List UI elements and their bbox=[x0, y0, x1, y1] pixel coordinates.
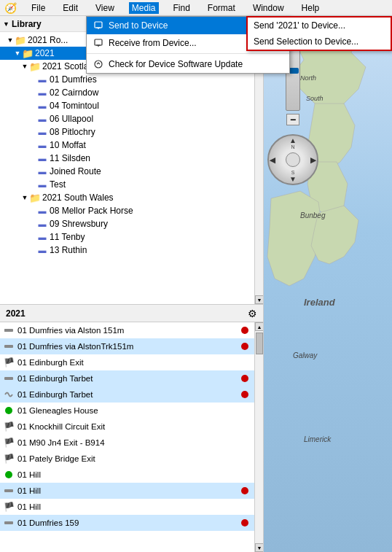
doc-icon-01-dumfries: ▬ bbox=[36, 74, 48, 85]
list-item-l4[interactable]: 01 Edinburgh Tarbet bbox=[0, 370, 254, 386]
library-label: Library bbox=[12, 19, 42, 29]
list-item-label-l1: 01 Dumfries via Alston 151m bbox=[17, 326, 238, 335]
list-item-label-l8: 01 M90 Jn4 Exit - B914 bbox=[17, 438, 251, 447]
list-item-label-l3: 01 Edinburgh Exit bbox=[17, 358, 251, 367]
doc-icon-11-silsden: ▬ bbox=[36, 153, 48, 163]
svg-rect-4 bbox=[4, 489, 13, 492]
green-dot-icon-l6 bbox=[3, 405, 15, 416]
tree-item-13-ruthin[interactable]: ▬ 13 Ruthin bbox=[0, 244, 254, 257]
tree-item-test[interactable]: ▬ Test bbox=[0, 178, 254, 191]
tree-item-11-tenby[interactable]: ▬ 11 Tenby bbox=[0, 230, 254, 244]
menu-separator bbox=[87, 53, 289, 54]
list-item-l3[interactable]: 🏴 01 Edinburgh Exit bbox=[0, 354, 254, 370]
tree-expand-2021-ro[interactable]: ▼ bbox=[6, 36, 15, 44]
list-item-l12[interactable]: 🏴 01 Hill bbox=[0, 499, 254, 515]
update-icon bbox=[93, 58, 104, 70]
flag-icon-l9: 🏴 bbox=[3, 453, 15, 464]
nav-south-arrow[interactable]: ▼ bbox=[289, 175, 297, 183]
bottom-list-container: 01 Dumfries via Alston 151m 01 Dumfries … bbox=[0, 322, 263, 552]
tree-label-06-ullapool: 06 Ullapool bbox=[50, 114, 93, 124]
menu-format[interactable]: Format bbox=[205, 2, 238, 14]
tree-item-08-mellor[interactable]: ▬ 08 Mellor Pack Horse bbox=[0, 204, 254, 217]
list-item-l13[interactable]: 01 Dumfries 159 bbox=[0, 515, 254, 531]
tree-item-02-cairndow[interactable]: ▬ 02 Cairndow bbox=[0, 86, 254, 99]
list-item-label-l4: 01 Edinburgh Tarbet bbox=[17, 374, 238, 383]
tree-item-09-shrewsbury[interactable]: ▬ 09 Shrewsbury bbox=[0, 217, 254, 230]
list-item-l6[interactable]: 01 Gleneagles House bbox=[0, 403, 254, 419]
list-item-l9[interactable]: 🏴 01 Pately Bridge Exit bbox=[0, 451, 254, 467]
list-scroll-up-btn[interactable]: ▲ bbox=[255, 322, 263, 331]
list-item-l2[interactable]: 01 Dumfries via AlstonTrk151m bbox=[0, 338, 254, 354]
tree-label-test: Test bbox=[50, 179, 66, 190]
svg-rect-2 bbox=[4, 345, 13, 348]
list-item-label-l7: 01 Knockhill Circuit Exit bbox=[17, 422, 251, 431]
nav-north-label: N bbox=[291, 144, 294, 149]
route-icon-l13 bbox=[3, 517, 15, 529]
bottom-header: 2021 ⚙ bbox=[0, 305, 263, 322]
list-item-l5[interactable]: 01 Edinburgh Tarbet bbox=[0, 386, 254, 403]
list-item-l8[interactable]: 🏴 01 M90 Jn4 Exit - B914 bbox=[0, 435, 254, 451]
tree-item-04-tomintoul[interactable]: ▬ 04 Tomintoul bbox=[0, 99, 254, 112]
red-dot-l5 bbox=[241, 391, 248, 398]
tree-item-10-moffat[interactable]: ▬ 10 Moffat bbox=[0, 139, 254, 152]
nav-center[interactable] bbox=[286, 152, 300, 167]
tree-item-south-wales[interactable]: ▼ 📁 2021 South Wales bbox=[0, 191, 254, 204]
svg-rect-6 bbox=[95, 22, 102, 28]
submenu-send-2021[interactable]: Send '2021' to Device... bbox=[248, 18, 391, 34]
flag-icon-l12: 🏴 bbox=[3, 501, 15, 513]
menu-edit[interactable]: Edit bbox=[60, 2, 81, 14]
tree-item-01-dumfries[interactable]: ▬ 01 Dumfries bbox=[0, 73, 254, 86]
nav-south-label: S bbox=[291, 170, 295, 175]
tree-item-06-ullapool[interactable]: ▬ 06 Ullapool bbox=[0, 112, 254, 125]
menu-file[interactable]: File bbox=[28, 2, 48, 14]
doc-icon-08-mellor: ▬ bbox=[36, 206, 48, 216]
list-item-label-l12: 01 Hill bbox=[17, 502, 251, 511]
tree-label-11-tenby: 11 Tenby bbox=[50, 232, 85, 242]
gear-icon[interactable]: ⚙ bbox=[248, 308, 257, 319]
list-scroll-down-btn[interactable]: ▼ bbox=[255, 543, 263, 552]
tree-expand-south-wales[interactable]: ▼ bbox=[20, 194, 29, 201]
menu-window[interactable]: Window bbox=[250, 2, 287, 14]
library-expand-icon[interactable]: ▼ bbox=[3, 20, 12, 28]
svg-point-12 bbox=[95, 61, 102, 68]
nav-control: ▲ ▼ ▶ ◀ N S bbox=[267, 134, 318, 185]
tree-label-joined-route: Joined Route bbox=[50, 166, 101, 176]
list-scrollbar[interactable]: ▲ ▼ bbox=[254, 322, 263, 552]
list-item-l1[interactable]: 01 Dumfries via Alston 151m bbox=[0, 322, 254, 338]
list-scroll-thumb[interactable] bbox=[256, 333, 263, 354]
menu-find[interactable]: Find bbox=[170, 2, 193, 14]
nav-west-arrow[interactable]: ◀ bbox=[270, 156, 275, 164]
svg-rect-3 bbox=[4, 377, 13, 380]
tree-item-joined-route[interactable]: ▬ Joined Route bbox=[0, 165, 254, 178]
list-item-l7[interactable]: 🏴 01 Knockhill Circuit Exit bbox=[0, 419, 254, 435]
submenu-send-selection[interactable]: Send Selection to Device... bbox=[248, 34, 391, 50]
receive-from-device-label: Receive from Device... bbox=[109, 38, 197, 48]
tree-expand-2021[interactable]: ▼ bbox=[13, 50, 22, 57]
zoom-out-button[interactable]: − bbox=[286, 114, 299, 125]
tree-label-2021: 2021 bbox=[35, 48, 55, 58]
list-item-l10[interactable]: 01 Hill bbox=[0, 467, 254, 483]
list-item-label-l10: 01 Hill bbox=[17, 470, 251, 479]
scroll-down-btn[interactable]: ▼ bbox=[255, 295, 263, 304]
tree-label-04-tomintoul: 04 Tomintoul bbox=[50, 101, 99, 111]
menu-media[interactable]: Media bbox=[129, 2, 159, 14]
nav-east-arrow[interactable]: ▶ bbox=[310, 156, 316, 164]
list-item-label-l6: 01 Gleneagles House bbox=[17, 406, 251, 415]
context-menu-check-update[interactable]: Check for Device Software Update bbox=[87, 55, 289, 73]
bottom-panel-title: 2021 bbox=[6, 308, 26, 319]
nav-north-arrow[interactable]: ▲ bbox=[289, 136, 297, 144]
tree-expand-scotland[interactable]: ▼ bbox=[20, 63, 29, 70]
tree-label-09-shrewsbury: 09 Shrewsbury bbox=[50, 219, 108, 229]
list-item-label-l5: 01 Edinburgh Tarbet bbox=[17, 390, 238, 399]
route-alt-icon-l5 bbox=[3, 389, 15, 400]
submenu-send-selection-label: Send Selection to Device... bbox=[254, 36, 358, 47]
svg-rect-9 bbox=[95, 39, 102, 45]
tree-item-08-pitlochry[interactable]: ▬ 08 Pitlochry bbox=[0, 125, 254, 139]
folder-icon-scotland: 📁 bbox=[29, 61, 41, 71]
tree-item-11-silsden[interactable]: ▬ 11 Silsden bbox=[0, 152, 254, 165]
menu-help[interactable]: Help bbox=[299, 2, 323, 14]
tree-label-10-moffat: 10 Moffat bbox=[50, 140, 86, 150]
list-item-l11[interactable]: 01 Hill bbox=[0, 483, 254, 499]
tree-label-south-wales: 2021 South Wales bbox=[42, 193, 114, 203]
menu-view[interactable]: View bbox=[93, 2, 117, 14]
